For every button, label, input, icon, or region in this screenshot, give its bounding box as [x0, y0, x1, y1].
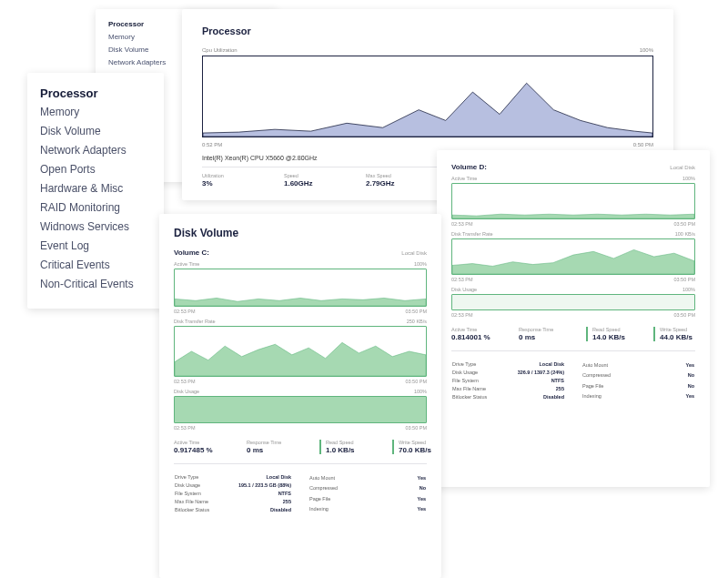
chart-label: Active Time [174, 261, 199, 267]
prop-val: No [666, 370, 695, 380]
prop-key: Bitlocker Status [174, 506, 221, 514]
prop-row: Bitlocker StatusDisabled [174, 506, 292, 514]
stat-value: 0.814001 % [451, 333, 506, 341]
sidebar-item-windows-services[interactable]: Widnows Services [40, 218, 151, 237]
cpu-chart [202, 56, 653, 137]
time-start: 02:53 PM [174, 309, 196, 314]
time-start: 02:53 PM [451, 221, 473, 227]
prop-row: Bitlocker StatusDisabled [451, 393, 565, 401]
prop-row: IndexingYes [581, 391, 695, 401]
prop-key: Auto Mount [581, 360, 666, 370]
sidebar-item-memory[interactable]: Memory [40, 103, 151, 122]
prop-row: Auto MountYes [308, 473, 427, 483]
chart-max: 250 KB/s [407, 319, 427, 324]
prop-key: File System [174, 490, 221, 498]
prop-val: Yes [397, 494, 427, 504]
sidebar: Processor Memory Disk Volume Network Ada… [27, 73, 164, 309]
stat-label: Utilization [202, 173, 257, 178]
prop-val: Yes [666, 360, 695, 370]
stat-label: Max Speed [366, 173, 420, 178]
prop-val: No [397, 483, 427, 493]
props-left: Drive TypeLocal DiskDisk Usage195.1 / 22… [174, 473, 292, 514]
prop-val: Disabled [221, 506, 292, 514]
prop-val: No [666, 381, 695, 391]
panel-title: Disk Volume [174, 227, 427, 239]
prop-row: Drive TypeLocal Disk [174, 473, 292, 482]
prop-key: File System [451, 377, 500, 385]
disk-usage-bar [174, 396, 427, 423]
sidebar-item-critical-events[interactable]: Critical Events [40, 256, 151, 275]
disk-c-panel: Disk Volume Volume C: Local Disk Active … [159, 214, 441, 578]
time-end: 03:50 PM [673, 277, 695, 282]
sidebar-item-raid-monitoring[interactable]: RAID Monitoring [40, 198, 151, 218]
prop-val: 255 [500, 385, 565, 393]
stat-label: Read Speed [592, 327, 641, 332]
stat-value: 1.0 KB/s [326, 446, 374, 454]
time-start: 02:53 PM [451, 277, 473, 282]
sidebar-item-open-ports[interactable]: Open Ports [40, 160, 151, 179]
prop-key: Auto Mount [308, 473, 397, 483]
prop-key: Max File Name [174, 498, 221, 506]
divider [174, 463, 427, 464]
prop-row: CompressedNo [308, 483, 427, 493]
props-left: Drive TypeLocal DiskDisk Usage326.9 / 13… [451, 360, 565, 401]
volume-type: Local Disk [401, 250, 427, 256]
prop-key: Indexing [581, 391, 666, 401]
disk-stats: Active Time0.814001 % Response Time0 ms … [451, 327, 695, 341]
prop-row: Page FileYes [308, 494, 427, 504]
volume-name: Volume D: [451, 163, 487, 171]
prop-row: Disk Usage326.9 / 1397.3 (24%) [451, 369, 565, 377]
prop-row: Auto MountYes [581, 360, 695, 370]
chart-max: 100% [682, 287, 695, 292]
prop-val: NTFS [500, 377, 565, 385]
chart-label: Active Time [451, 176, 477, 181]
chart-max: 100% [682, 176, 695, 181]
panel-title: Processor [202, 25, 653, 36]
divider [451, 350, 695, 351]
disk-properties: Drive TypeLocal DiskDisk Usage195.1 / 22… [174, 473, 427, 514]
chart-label: Disk Usage [451, 287, 477, 292]
prop-row: Disk Usage195.1 / 223.5 GB (88%) [174, 482, 292, 490]
chart-label: Disk Usage [174, 389, 199, 394]
disk-properties: Drive TypeLocal DiskDisk Usage326.9 / 13… [451, 360, 695, 401]
stat-value: 0.917485 % [174, 446, 228, 454]
stat-label: Read Speed [326, 440, 374, 445]
sidebar-item-hardware-misc[interactable]: Hardware & Misc [40, 179, 151, 198]
stat-value: 0 ms [519, 333, 573, 341]
sidebar-item-network-adapters[interactable]: Network Adapters [40, 141, 151, 160]
props-right: Auto MountYesCompressedNoPage FileYesInd… [308, 473, 427, 514]
prop-key: Page File [581, 381, 666, 391]
time-end: 03:50 PM [405, 379, 427, 384]
stat-value: 1.60GHz [284, 179, 339, 188]
prop-key: Max File Name [451, 385, 500, 393]
prop-key: Drive Type [174, 473, 221, 482]
transfer-rate-chart [451, 238, 695, 275]
prop-row: File SystemNTFS [451, 377, 565, 385]
time-end: 03:50 PM [405, 309, 427, 314]
prop-key: Compressed [581, 370, 666, 380]
prop-val: Yes [666, 391, 695, 401]
sidebar-item-noncritical-events[interactable]: Non-Critical Events [40, 275, 151, 294]
stat-value: 0 ms [247, 446, 301, 454]
prop-key: Page File [308, 494, 397, 504]
sidebar-item-disk-volume[interactable]: Disk Volume [40, 122, 151, 141]
chart-label-right: 100% [640, 47, 653, 53]
stat-label: Active Time [174, 440, 228, 445]
prop-val: Local Disk [221, 473, 292, 482]
stat-label: Speed [284, 173, 339, 178]
stat-value: 44.0 KB/s [660, 333, 708, 341]
disk-stats: Active Time0.917485 % Response Time0 ms … [174, 440, 427, 454]
disk-usage-bar [451, 294, 695, 310]
sidebar-item-event-log[interactable]: Event Log [40, 237, 151, 256]
sidebar-item-processor[interactable]: Processor [40, 84, 151, 103]
time-end: 0:50 PM [633, 142, 653, 147]
chart-label: Disk Transfer Rate [451, 231, 493, 237]
prop-val: Yes [397, 473, 427, 483]
prop-val: Local Disk [500, 360, 565, 369]
props-right: Auto MountYesCompressedNoPage FileNoInde… [581, 360, 695, 401]
active-time-chart [451, 183, 695, 219]
prop-val: 326.9 / 1397.3 (24%) [500, 369, 565, 377]
prop-row: Drive TypeLocal Disk [451, 360, 565, 369]
stat-value: 14.0 KB/s [592, 333, 641, 341]
volume-name: Volume C: [174, 248, 209, 257]
